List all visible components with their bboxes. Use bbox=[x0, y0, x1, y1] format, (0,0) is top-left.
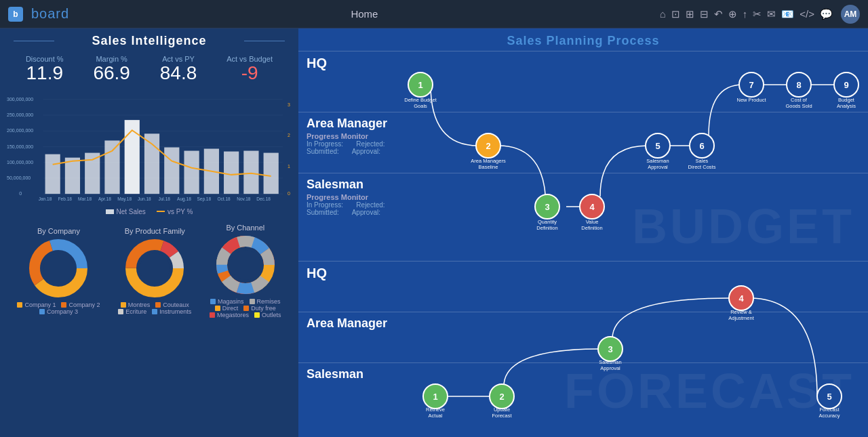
svg-text:1: 1 bbox=[288, 164, 290, 169]
remises-dot bbox=[250, 299, 255, 304]
main-layout: Sales Intelligence Discount % 11.9 Margi… bbox=[0, 28, 868, 437]
kpi-actbudget-value: -9 bbox=[226, 63, 273, 84]
legend-vs-py: vs PY % bbox=[157, 208, 193, 215]
svg-text:May.18: May.18 bbox=[117, 196, 132, 202]
kpi-actpy-value: 84.8 bbox=[160, 63, 197, 84]
magasins-label: Magasins bbox=[218, 298, 244, 305]
legend-outlets: Outlets bbox=[254, 312, 281, 318]
si-title: Sales Intelligence bbox=[0, 34, 298, 48]
sp-header: Sales Planning Process bbox=[298, 28, 868, 51]
am-label-bottom: Area Manager bbox=[307, 316, 860, 331]
legend-company2: Company 2 bbox=[61, 301, 100, 308]
select-icon[interactable]: ⊡ bbox=[671, 8, 680, 20]
kpi-margin-value: 66.9 bbox=[93, 63, 130, 84]
company1-dot bbox=[17, 302, 22, 308]
sales-planning-panel: Sales Planning Process BUDGET HQ Area Ma… bbox=[298, 28, 868, 437]
cut-icon[interactable]: ✂ bbox=[753, 8, 762, 20]
svg-rect-29 bbox=[264, 152, 279, 194]
ecriture-dot bbox=[118, 309, 123, 314]
svg-text:Mar.18: Mar.18 bbox=[78, 196, 92, 201]
salesman-row-bottom: Salesman bbox=[298, 362, 868, 425]
svg-text:100,000,000: 100,000,000 bbox=[7, 160, 33, 165]
nav-home[interactable]: Home bbox=[77, 8, 652, 20]
kpi-row: Discount % 11.9 Margin % 66.9 Act vs PY … bbox=[0, 52, 298, 88]
mail2-icon[interactable]: 📧 bbox=[781, 8, 794, 20]
svg-text:200,000,000: 200,000,000 bbox=[7, 128, 33, 133]
company3-label: Company 3 bbox=[47, 308, 78, 315]
chat-icon[interactable]: 💬 bbox=[820, 8, 833, 20]
donut-company-title: By Company bbox=[37, 227, 80, 235]
company1-label: Company 1 bbox=[24, 301, 56, 308]
magasins-dot bbox=[210, 299, 216, 304]
hq-row-bottom: HQ bbox=[298, 261, 868, 312]
svg-text:Dec.18: Dec.18 bbox=[256, 196, 271, 201]
svg-rect-28 bbox=[243, 150, 258, 194]
legend-montres: Montres bbox=[121, 301, 151, 308]
si-header: Sales Intelligence bbox=[0, 28, 298, 52]
donut-channel-title: By Channel bbox=[226, 224, 264, 232]
hq-label-top: HQ bbox=[307, 56, 860, 71]
outlets-dot bbox=[254, 312, 260, 318]
toolbar: ⌂ ⊡ ⊞ ⊟ ↶ ⊕ ↑ ✂ ✉ 📧 </> 💬 bbox=[660, 8, 833, 20]
svg-point-52 bbox=[140, 253, 170, 283]
svg-point-58 bbox=[231, 250, 260, 280]
megastores-label: Megastores bbox=[217, 312, 249, 318]
svg-rect-18 bbox=[45, 154, 60, 194]
company2-label: Company 2 bbox=[68, 301, 100, 308]
company2-dot bbox=[61, 302, 66, 308]
budget-section: BUDGET HQ Area Manager Progress Monitor … bbox=[298, 51, 868, 261]
am-row-bottom: Area Manager bbox=[298, 312, 868, 362]
chart-legend: Net Sales vs PY % bbox=[0, 207, 298, 220]
donut-channel-chart bbox=[215, 234, 276, 295]
center-icon[interactable]: ⊕ bbox=[728, 8, 737, 20]
legend-couteaux: Couteaux bbox=[155, 301, 189, 308]
code-icon[interactable]: </> bbox=[800, 8, 814, 20]
donut-product-chart bbox=[124, 238, 185, 299]
donut-company-legend: Company 1 Company 2 Company 3 bbox=[17, 301, 100, 315]
legend-direct: Direct bbox=[215, 305, 239, 312]
svg-text:Feb.18: Feb.18 bbox=[58, 196, 73, 201]
svg-rect-25 bbox=[184, 150, 199, 194]
dutyfree-dot bbox=[243, 306, 249, 311]
arrange-icon[interactable]: ⊟ bbox=[700, 8, 709, 20]
legend-net-sales: Net Sales bbox=[106, 208, 146, 215]
am-label-top: Area Manager bbox=[307, 117, 860, 131]
svg-text:Jul.18: Jul.18 bbox=[158, 196, 170, 201]
svg-rect-27 bbox=[224, 151, 239, 194]
donut-section: By Company Company 1 bbox=[0, 220, 298, 322]
megastores-dot bbox=[210, 312, 215, 318]
montres-dot bbox=[121, 302, 126, 308]
legend-instruments: Instruments bbox=[152, 308, 191, 315]
svg-rect-42 bbox=[106, 209, 114, 214]
kpi-discount: Discount % 11.9 bbox=[26, 55, 64, 84]
donut-by-channel: By Channel Magasins bbox=[210, 224, 281, 318]
dutyfree-label: Duty free bbox=[251, 305, 276, 312]
donut-channel-legend: Magasins Remises Direct bbox=[210, 298, 281, 318]
svg-rect-21 bbox=[104, 140, 119, 194]
user-avatar[interactable]: AM bbox=[841, 5, 860, 24]
kpi-discount-value: 11.9 bbox=[26, 63, 64, 84]
undo-icon[interactable]: ↶ bbox=[714, 8, 723, 20]
mail-icon[interactable]: ✉ bbox=[767, 8, 776, 20]
remises-label: Remises bbox=[257, 298, 281, 305]
export-icon[interactable]: ↑ bbox=[743, 8, 748, 20]
svg-text:0: 0 bbox=[19, 191, 22, 196]
kpi-margin: Margin % 66.9 bbox=[93, 55, 130, 84]
svg-text:2: 2 bbox=[288, 133, 290, 138]
hq-label-bottom: HQ bbox=[307, 266, 860, 281]
instruments-dot bbox=[152, 309, 157, 314]
layout-icon[interactable]: ⊞ bbox=[686, 8, 694, 20]
home-icon[interactable]: ⌂ bbox=[660, 8, 666, 20]
direct-dot bbox=[215, 306, 220, 311]
svg-text:300,000,000: 300,000,000 bbox=[7, 97, 33, 102]
instruments-label: Instruments bbox=[159, 308, 191, 315]
svg-text:Jun.18: Jun.18 bbox=[138, 196, 151, 201]
sales-chart: 300,000,000 250,000,000 200,000,000 150,… bbox=[0, 88, 298, 207]
svg-text:3: 3 bbox=[288, 102, 290, 107]
legend-company3: Company 3 bbox=[39, 308, 78, 315]
chart-svg: 300,000,000 250,000,000 200,000,000 150,… bbox=[5, 88, 293, 207]
salesman-label-bottom: Salesman bbox=[307, 367, 860, 381]
donut-company-chart bbox=[28, 238, 89, 299]
hq-row-top: HQ bbox=[298, 51, 868, 112]
svg-point-47 bbox=[43, 253, 73, 283]
